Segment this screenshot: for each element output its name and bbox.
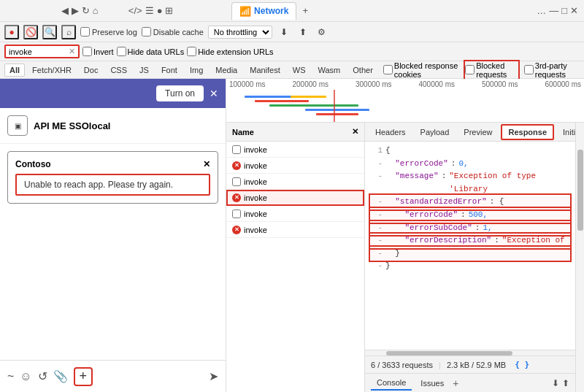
request-row[interactable]: invoke xyxy=(226,174,364,190)
chat-area xyxy=(0,211,226,360)
emoji-icon[interactable]: ☺ xyxy=(20,370,31,383)
turn-on-button[interactable]: Turn on xyxy=(156,85,204,101)
preserve-log-checkbox[interactable] xyxy=(80,27,90,36)
sources-icon[interactable]: ⊞ xyxy=(165,5,173,16)
elements-icon[interactable]: ☰ xyxy=(145,5,154,16)
max-icon[interactable]: □ xyxy=(561,5,567,16)
request-row-selected[interactable]: ✕ invoke xyxy=(226,190,364,206)
undock-icon[interactable]: ⬆ xyxy=(562,378,569,388)
status-bar: 6 / 3633 requests | 2.3 kB / 52.9 MB { } xyxy=(365,356,575,373)
add-tab-icon[interactable]: + xyxy=(453,377,458,389)
blocked-requests-label[interactable]: Blocked requests xyxy=(465,61,518,79)
type-btn-doc[interactable]: Doc xyxy=(79,64,104,77)
req-checkbox-3[interactable] xyxy=(232,177,241,186)
hide-data-urls-checkbox[interactable] xyxy=(117,47,126,56)
type-btn-media[interactable]: Media xyxy=(210,64,242,77)
requests-area: Name ✕ invoke ✕ invoke invoke ✕ xyxy=(226,123,584,392)
panel-close-icon[interactable]: ✕ xyxy=(210,88,218,99)
issues-tab[interactable]: Issues xyxy=(415,377,450,390)
req-checkbox-1[interactable] xyxy=(232,145,241,154)
tab-headers[interactable]: Headers xyxy=(369,126,412,139)
teams-header: Turn on ✕ xyxy=(0,79,226,108)
type-btn-manifest[interactable]: Manifest xyxy=(245,64,285,77)
refresh-icon[interactable]: ↻ xyxy=(82,5,90,16)
format-icon[interactable]: ~ xyxy=(7,370,14,383)
api-me-panel: ▣ API ME SSOlocal xyxy=(0,108,226,144)
code-icon[interactable]: </> xyxy=(128,5,142,16)
third-party-checkbox[interactable] xyxy=(524,65,534,74)
request-row[interactable]: invoke xyxy=(226,206,364,222)
request-row[interactable]: invoke xyxy=(226,142,364,158)
blocked-requests-checkbox[interactable] xyxy=(465,65,474,74)
plus-tab-icon[interactable]: + xyxy=(302,5,308,16)
tab-initiator[interactable]: Initiator xyxy=(557,126,575,139)
wifi-icon: 📶 xyxy=(239,6,251,17)
search-network-button[interactable]: ⌕ xyxy=(61,25,76,39)
more-icon[interactable]: … xyxy=(537,5,546,16)
devtools-toolbar: ● 🚫 🔍 ⌕ Preserve log Disable cache No th… xyxy=(0,22,584,42)
error-panel-header: Contoso ✕ xyxy=(15,159,210,169)
hide-data-urls-label[interactable]: Hide data URLs xyxy=(117,47,185,56)
forward-icon[interactable]: ▶ xyxy=(72,5,79,16)
type-btn-font[interactable]: Font xyxy=(156,64,182,77)
loop-icon[interactable]: ↺ xyxy=(38,369,47,383)
add-button[interactable]: + xyxy=(74,367,93,386)
clear-button[interactable]: 🚫 xyxy=(23,25,38,39)
type-btn-css[interactable]: CSS xyxy=(105,64,132,77)
hide-extension-urls-checkbox[interactable] xyxy=(187,47,196,56)
type-btn-fetch[interactable]: Fetch/XHR xyxy=(27,64,77,77)
type-btn-wasm[interactable]: Wasm xyxy=(313,64,346,77)
tab-preview[interactable]: Preview xyxy=(458,126,498,139)
home-icon[interactable]: ⌂ xyxy=(93,5,99,16)
search-input-box: ✕ xyxy=(4,45,80,58)
json-icon[interactable]: { } xyxy=(515,360,529,369)
preserve-log-label[interactable]: Preserve log xyxy=(80,27,137,36)
filter-icon[interactable]: 🔍 xyxy=(42,25,57,39)
response-scrollbar[interactable] xyxy=(365,350,575,356)
invert-checkbox[interactable] xyxy=(82,47,92,56)
browser-icons: ◀ ▶ ↻ ⌂ </> ☰ ● ⊞ xyxy=(6,5,228,16)
type-filter-bar: All Fetch/XHR Doc CSS JS Font Img Media … xyxy=(0,61,584,79)
blocked-cookies-checkbox[interactable] xyxy=(383,65,393,74)
record-button[interactable]: ● xyxy=(4,25,19,39)
send-button[interactable]: ➤ xyxy=(209,369,218,383)
request-row[interactable]: ✕ invoke xyxy=(226,158,364,174)
import-icon[interactable]: ⬇ xyxy=(277,25,291,39)
third-party-label[interactable]: 3rd-party requests xyxy=(524,61,580,79)
attach-icon[interactable]: 📎 xyxy=(53,369,68,383)
left-panel: Turn on ✕ ▣ API ME SSOlocal Contoso ✕ Un… xyxy=(0,79,226,392)
console-tab[interactable]: Console xyxy=(371,376,412,391)
error-panel-close-icon[interactable]: ✕ xyxy=(203,159,210,169)
back-icon[interactable]: ◀ xyxy=(61,5,69,16)
close-win-icon[interactable]: ✕ xyxy=(570,5,578,16)
network-icon-wrapper: ● xyxy=(157,5,163,16)
dock-icon[interactable]: ⬇ xyxy=(552,378,559,388)
response-content[interactable]: 1 { - "errorCode" : 0, - "message" : "Ex… xyxy=(365,142,575,350)
json-line-9: - } xyxy=(371,260,569,273)
invert-label[interactable]: Invert xyxy=(82,47,114,56)
req-checkbox-5[interactable] xyxy=(232,210,241,218)
network-tab[interactable]: 📶 Network xyxy=(231,2,296,20)
request-row[interactable]: ✕ invoke xyxy=(226,222,364,238)
vertical-scrollbar[interactable] xyxy=(575,123,584,392)
throttle-select[interactable]: No throttling xyxy=(208,26,272,39)
min-icon[interactable]: — xyxy=(549,5,558,16)
json-line-2: - "errorCode" : 0, xyxy=(371,158,569,171)
search-input[interactable] xyxy=(9,47,67,56)
clear-search-icon[interactable]: ✕ xyxy=(69,47,75,56)
type-btn-ws[interactable]: WS xyxy=(288,64,311,77)
disable-cache-label[interactable]: Disable cache xyxy=(142,27,204,36)
settings-icon[interactable]: ⚙ xyxy=(315,25,329,39)
type-btn-js[interactable]: JS xyxy=(134,64,154,77)
tab-response[interactable]: Response xyxy=(501,124,554,140)
browser-tab-bar: ◀ ▶ ↻ ⌂ </> ☰ ● ⊞ 📶 Network + … — □ ✕ xyxy=(0,0,584,22)
disable-cache-checkbox[interactable] xyxy=(142,27,151,36)
export-icon[interactable]: ⬆ xyxy=(296,25,310,39)
type-btn-all[interactable]: All xyxy=(4,64,25,77)
close-detail-icon[interactable]: ✕ xyxy=(352,127,358,137)
blocked-cookies-label[interactable]: Blocked response cookies xyxy=(383,61,459,79)
hide-extension-urls-label[interactable]: Hide extension URLs xyxy=(187,47,273,56)
type-btn-other[interactable]: Other xyxy=(347,64,378,77)
type-btn-img[interactable]: Img xyxy=(185,64,208,77)
tab-payload[interactable]: Payload xyxy=(415,126,456,139)
